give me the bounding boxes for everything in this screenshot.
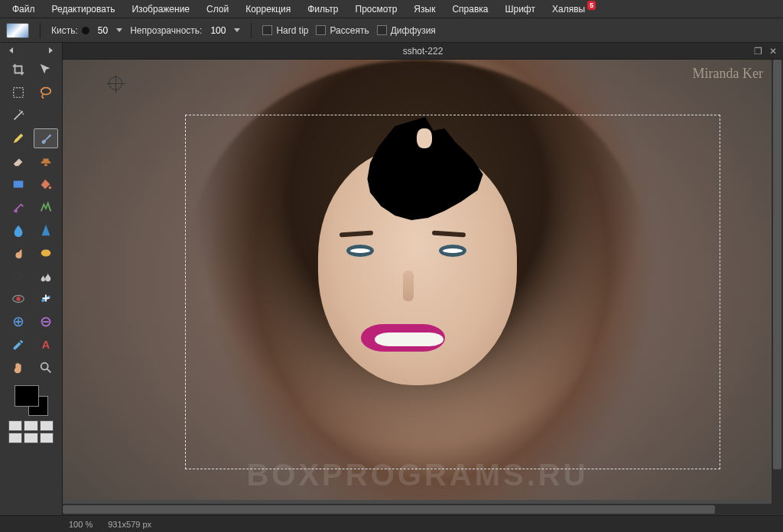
palette-slot[interactable] — [8, 420, 23, 431]
opacity-value[interactable]: 100 — [206, 24, 230, 37]
brush-size-dropdown[interactable] — [116, 28, 122, 32]
freebies-badge: 5 — [587, 1, 596, 10]
zoom-icon[interactable] — [34, 358, 58, 378]
marquee-icon[interactable] — [6, 83, 31, 102]
drawing-icon[interactable] — [34, 197, 58, 217]
svg-point-2 — [21, 111, 23, 113]
dodge-icon[interactable] — [6, 266, 31, 286]
paint-bucket-icon[interactable] — [34, 174, 58, 194]
vertical-scrollbar[interactable] — [772, 60, 783, 515]
opacity-dropdown[interactable] — [234, 28, 240, 32]
palette-slot[interactable] — [40, 433, 54, 443]
menu-filter[interactable]: Фильтр — [300, 2, 346, 17]
palette-slot[interactable] — [40, 420, 54, 431]
svg-point-15 — [41, 363, 48, 370]
hard-tip-label: Hard tip — [276, 25, 308, 36]
eraser-icon[interactable] — [6, 151, 31, 171]
menu-help[interactable]: Справка — [444, 2, 495, 17]
horizontal-scrollbar[interactable] — [63, 504, 772, 515]
menu-image[interactable]: Изображение — [124, 2, 197, 17]
hard-tip-checkbox[interactable] — [262, 25, 272, 35]
tool-nav — [5, 46, 57, 58]
svg-point-1 — [41, 88, 51, 95]
opacity-label: Непрозрачность: — [130, 25, 202, 36]
diffusion-group[interactable]: Диффузия — [377, 25, 436, 36]
divider — [40, 23, 41, 38]
color-replace-icon — [11, 200, 25, 214]
quick-palette[interactable] — [8, 420, 54, 443]
fg-bg-swatch[interactable] — [15, 385, 48, 416]
gradient-icon[interactable] — [6, 174, 31, 194]
clone-stamp-icon[interactable] — [34, 151, 58, 171]
palette-slot[interactable] — [24, 420, 38, 431]
wand-icon[interactable] — [6, 105, 31, 125]
menu-language[interactable]: Язык — [406, 2, 443, 17]
menu-correction[interactable]: Коррекция — [238, 2, 298, 17]
blur-icon[interactable] — [6, 220, 31, 240]
tool-next[interactable] — [49, 47, 53, 54]
burn-icon[interactable] — [34, 266, 58, 286]
close-document-icon[interactable]: ✕ — [768, 46, 778, 57]
brush-cursor — [109, 76, 122, 90]
menu-layer[interactable]: Слой — [199, 2, 236, 17]
palette-slot[interactable] — [24, 433, 38, 443]
scatter-group[interactable]: Рассеять — [316, 25, 369, 36]
menu-view[interactable]: Просмотр — [348, 2, 405, 17]
canvas-area: sshot-222 ❐ ✕ Miranda Ker BOXPROGRAMS.RU — [63, 43, 783, 515]
spot-heal-icon — [39, 292, 53, 306]
color-replace-icon[interactable] — [6, 197, 31, 217]
zoom-value: 100 — [69, 520, 83, 529]
lasso-icon[interactable] — [34, 83, 58, 102]
restore-window-icon[interactable]: ❐ — [752, 46, 763, 57]
hand-icon[interactable] — [6, 358, 31, 378]
marquee-icon — [11, 86, 25, 99]
smudge-icon[interactable] — [6, 243, 31, 263]
move-icon[interactable] — [34, 60, 58, 79]
eyedropper-icon[interactable] — [6, 335, 31, 355]
dimensions-readout: 931x579 px — [108, 520, 151, 529]
crop-icon — [11, 63, 25, 76]
spot-heal-icon[interactable] — [34, 289, 58, 309]
palette-slot[interactable] — [8, 433, 23, 443]
gradient-icon — [11, 177, 25, 191]
brush-icon[interactable] — [34, 128, 58, 148]
menu-file[interactable]: Файл — [5, 2, 43, 17]
bloat-icon[interactable] — [6, 312, 31, 332]
menu-edit[interactable]: Редактировать — [44, 2, 123, 17]
canvas-image[interactable]: Miranda Ker BOXPROGRAMS.RU — [63, 60, 772, 500]
diffusion-checkbox[interactable] — [377, 25, 387, 35]
crop-icon[interactable] — [6, 60, 31, 79]
canvas-viewport[interactable]: Miranda Ker BOXPROGRAMS.RU — [63, 60, 783, 515]
lasso-icon — [39, 86, 53, 99]
scrollbar-thumb[interactable] — [63, 505, 715, 514]
scrollbar-thumb[interactable] — [773, 60, 781, 469]
menu-freebies[interactable]: Халявы 5 — [544, 2, 593, 17]
svg-rect-5 — [14, 181, 24, 188]
sharpen-icon[interactable] — [34, 220, 58, 240]
dodge-icon — [11, 269, 25, 283]
type-icon: A — [39, 338, 53, 352]
marquee-selection[interactable] — [185, 115, 720, 469]
zoom-readout[interactable]: 100 % — [69, 520, 93, 529]
type-icon[interactable]: A — [34, 335, 58, 355]
brush-size-value[interactable]: 50 — [93, 24, 112, 37]
divider — [251, 23, 252, 38]
sponge-icon[interactable] — [34, 243, 58, 263]
pinch-icon[interactable] — [34, 312, 58, 332]
svg-point-3 — [19, 110, 21, 112]
hand-icon — [11, 361, 25, 375]
scatter-checkbox[interactable] — [316, 25, 326, 35]
pencil-icon — [11, 131, 25, 145]
menu-bar: Файл Редактировать Изображение Слой Корр… — [0, 0, 783, 18]
color-swatches — [5, 385, 57, 443]
hard-tip-group[interactable]: Hard tip — [262, 25, 308, 36]
tool-prev[interactable] — [9, 47, 13, 54]
pencil-icon[interactable] — [6, 128, 31, 148]
foreground-color-swatch[interactable] — [15, 385, 39, 407]
redeye-icon — [11, 292, 25, 306]
svg-point-4 — [22, 113, 24, 115]
menu-font[interactable]: Шрифт — [497, 2, 542, 17]
wand-icon — [11, 109, 25, 122]
redeye-icon[interactable] — [6, 289, 31, 309]
dimensions-unit: px — [142, 520, 151, 529]
